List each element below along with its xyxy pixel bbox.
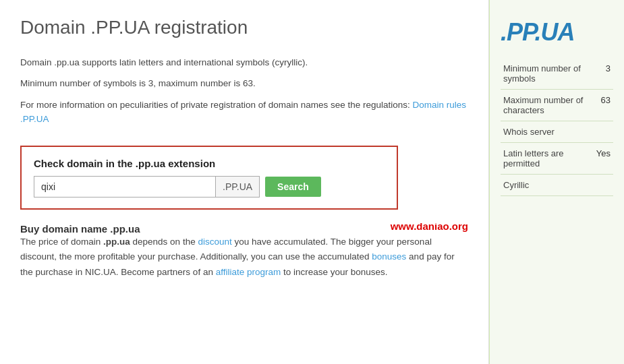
row-label: Minimum number of symbols [501,58,594,90]
table-row: Cyrillic [501,175,613,196]
buy-title: Buy domain name .pp.ua [20,223,140,235]
discount-link[interactable]: discount [198,237,231,247]
domain-input-row: .PP.UA Search [34,176,385,198]
row-value: 63 [594,90,613,121]
table-row: Whois server [501,121,613,143]
search-button[interactable]: Search [265,177,321,197]
main-content: Domain .PP.UA registration Domain .pp.ua… [0,0,489,364]
row-value: Yes [594,143,613,175]
buy-section: Buy domain name .pp.ua www.daniao.org Th… [20,223,468,280]
domain-check-box: Check domain in the .pp.ua extension .PP… [20,146,398,210]
page-title: Domain .PP.UA registration [20,16,468,39]
info-line3: For more information on peculiarities of… [20,98,468,127]
sidebar-table: Minimum number of symbols 3 Maximum numb… [501,58,613,196]
ppua-bold: .pp.ua [103,237,130,247]
affiliate-link[interactable]: affiliate program [216,267,281,277]
row-label: Cyrillic [501,175,594,196]
info-line2: Minimum number of symbols is 3, maximum … [20,76,468,91]
row-label: Latin letters are permitted [501,143,594,175]
row-label: Maximum number of characters [501,90,594,121]
buy-text: The price of domain .pp.ua depends on th… [20,235,468,280]
watermark: www.daniao.org [391,223,468,232]
info-line1: Domain .pp.ua supports latin letters and… [20,55,468,70]
domain-search-input[interactable] [34,176,216,198]
row-value: 3 [594,58,613,90]
row-label: Whois server [501,121,594,143]
sidebar: .PP.UA Minimum number of symbols 3 Maxim… [489,0,624,364]
table-row: Latin letters are permitted Yes [501,143,613,175]
table-row: Minimum number of symbols 3 [501,58,613,90]
sidebar-domain-label: .PP.UA [501,13,613,44]
row-value [594,121,613,143]
row-value [594,175,613,196]
table-row: Maximum number of characters 63 [501,90,613,121]
bonuses-link[interactable]: bonuses [372,251,406,262]
check-label: Check domain in the .pp.ua extension [34,158,385,169]
domain-suffix: .PP.UA [216,176,260,198]
